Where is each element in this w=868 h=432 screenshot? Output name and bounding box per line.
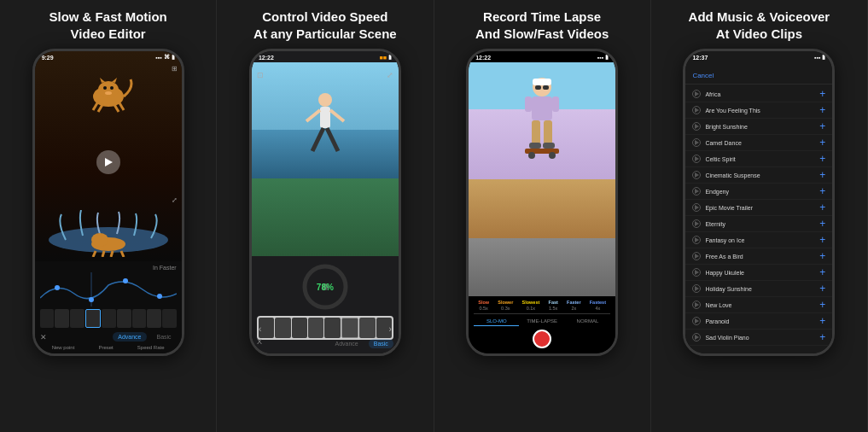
tab-advance-2[interactable]: Advance xyxy=(330,339,364,348)
time-3: 12:22 xyxy=(475,55,491,61)
speed-slowest[interactable]: Slowest 0.1x xyxy=(522,300,540,311)
tab-row-2: Advance Basic xyxy=(330,339,393,348)
close-button-1[interactable]: ✕ xyxy=(40,333,47,342)
play-icon-3[interactable] xyxy=(692,138,701,147)
add-button-10[interactable]: + xyxy=(819,251,825,261)
speed-rate-btn[interactable]: Speed Rate xyxy=(137,345,165,350)
add-button-15[interactable]: + xyxy=(819,332,825,342)
panel-music: Add Music & Voiceover At Video Clips 12:… xyxy=(651,0,868,432)
play-icon-5[interactable] xyxy=(692,171,701,179)
add-button-12[interactable]: + xyxy=(819,283,825,294)
play-icon-0[interactable] xyxy=(692,90,701,98)
play-icon-14[interactable] xyxy=(692,317,701,325)
track-name-12: Holiday Sunshine xyxy=(705,286,819,292)
play-icon-9[interactable] xyxy=(692,236,701,244)
add-button-8[interactable]: + xyxy=(819,219,825,229)
svg-rect-40 xyxy=(544,120,552,144)
track-name-14: Paranoid xyxy=(705,318,819,324)
speed-fast[interactable]: Fast 1.5x xyxy=(549,300,558,311)
add-button-11[interactable]: + xyxy=(819,267,825,277)
preset-btn[interactable]: Preset xyxy=(98,345,113,350)
bottom-buttons-1: ✕ Advance Basic xyxy=(40,330,177,343)
svg-point-20 xyxy=(123,278,128,283)
speed-slower[interactable]: Slower 0.3x xyxy=(498,300,513,311)
play-icon-13[interactable] xyxy=(692,301,701,309)
timeline-strip-2[interactable] xyxy=(257,316,393,340)
add-button-7[interactable]: + xyxy=(819,202,825,213)
svg-rect-34 xyxy=(535,85,541,90)
add-button-14[interactable]: + xyxy=(819,316,825,326)
mode-slomo[interactable]: SLO-MO xyxy=(474,317,519,326)
svg-rect-42 xyxy=(543,143,555,149)
add-button-6[interactable]: + xyxy=(819,186,825,196)
svg-point-18 xyxy=(55,285,60,290)
list-item: Celtic Spirit + xyxy=(685,151,832,167)
camera-icon-2[interactable]: ⊡ xyxy=(257,71,264,79)
play-icon-1[interactable] xyxy=(692,106,701,114)
add-button-3[interactable]: + xyxy=(819,137,825,148)
tab-basic-1[interactable]: Basic xyxy=(152,332,177,342)
list-item: Camel Dance + xyxy=(685,135,832,151)
play-icon-4[interactable] xyxy=(692,155,701,163)
signal-icon-4: ▪▪▪ xyxy=(814,55,820,61)
add-button-0[interactable]: + xyxy=(819,89,825,99)
list-item: Endgeny + xyxy=(685,184,832,200)
svg-line-16 xyxy=(111,251,113,257)
track-name-7: Epic Movie Trailer xyxy=(705,205,819,211)
add-button-13[interactable]: + xyxy=(819,300,825,310)
status-bar-1: 9:29 ▪▪▪ ⌘ ▮ xyxy=(35,51,182,62)
record-button[interactable] xyxy=(533,330,551,348)
svg-rect-39 xyxy=(532,120,540,144)
play-icon-2[interactable] xyxy=(692,122,701,131)
play-icon-8[interactable] xyxy=(692,219,701,228)
list-item: Are You Feeling This + xyxy=(685,102,832,119)
status-bar-4: 12:37 ▪▪▪ ▮ xyxy=(685,51,832,62)
timeline-strip-1[interactable] xyxy=(40,309,177,328)
status-icons-3: ▪▪▪ ▮ xyxy=(597,54,609,61)
tab-basic-2[interactable]: Basic xyxy=(369,339,393,348)
play-icon-7[interactable] xyxy=(692,203,701,212)
track-name-9: Fantasy on Ice xyxy=(705,237,819,243)
video-area-2: ⊡ ⤢ xyxy=(252,62,399,256)
speed-slow[interactable]: Slow 0.5x xyxy=(478,300,489,311)
music-header: Cancel xyxy=(685,62,832,85)
signal-icon: ▪▪▪ xyxy=(155,55,161,61)
track-name-8: Eternity xyxy=(705,221,819,227)
play-icon-11[interactable] xyxy=(692,268,701,277)
add-button-1[interactable]: + xyxy=(819,105,825,115)
play-icon-6[interactable] xyxy=(692,187,701,196)
add-button-5[interactable]: + xyxy=(819,170,825,180)
cat-image xyxy=(83,71,134,114)
cancel-button[interactable]: Cancel xyxy=(692,72,714,79)
controls-2: 78% ‹ › xyxy=(252,256,399,353)
play-button-1[interactable] xyxy=(96,150,120,174)
svg-rect-35 xyxy=(543,85,549,90)
add-button-9[interactable]: + xyxy=(819,235,825,245)
list-item: Eternity + xyxy=(685,216,832,232)
play-icon-15[interactable] xyxy=(692,333,701,342)
list-item: Fantasy on Ice + xyxy=(685,232,832,248)
speed-faster[interactable]: Faster 2x xyxy=(567,300,581,311)
add-button-4[interactable]: + xyxy=(819,154,825,164)
panel-slow-fast: Slow & Fast Motion Video Editor 9:29 ▪▪▪… xyxy=(0,0,217,432)
battery-icon-2: ▮ xyxy=(388,54,392,61)
list-item: Epic Movie Trailer + xyxy=(685,200,832,216)
speed-dial[interactable]: 78% xyxy=(300,261,351,312)
svg-line-26 xyxy=(327,128,338,151)
mode-timelapse[interactable]: TIME-LAPSE xyxy=(519,317,564,326)
mode-normal[interactable]: NORMAL xyxy=(565,317,610,326)
expand-icon-2[interactable]: ⤢ xyxy=(387,71,393,79)
mode-tabs: SLO-MO TIME-LAPSE NORMAL xyxy=(474,313,610,326)
play-icon-12[interactable] xyxy=(692,284,701,293)
new-point-btn[interactable]: New point xyxy=(52,345,75,350)
track-name-13: New Love xyxy=(705,302,819,308)
track-name-11: Happy Ukulele xyxy=(705,270,819,276)
close-button-2[interactable]: X xyxy=(257,337,262,348)
play-icon-10[interactable] xyxy=(692,252,701,260)
svg-line-28 xyxy=(330,110,344,121)
speed-fastest[interactable]: Fastest 4x xyxy=(590,300,606,311)
add-button-2[interactable]: + xyxy=(819,121,825,131)
list-item: Free As a Bird + xyxy=(685,248,832,265)
tab-advance-1[interactable]: Advance xyxy=(113,332,146,342)
phone2-screen: 12:22 ■■ ▮ xyxy=(252,51,399,353)
